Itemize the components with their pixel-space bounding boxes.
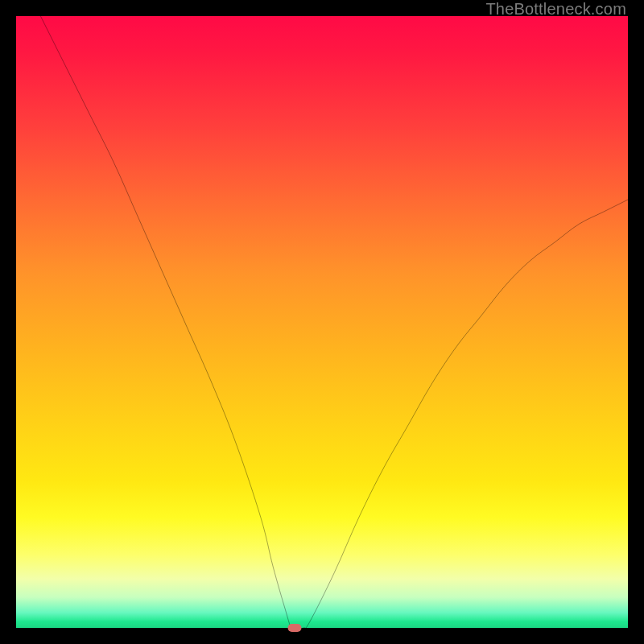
- watermark-text: TheBottleneck.com: [485, 0, 626, 19]
- bottleneck-curve: [16, 16, 628, 628]
- plot-area: [16, 16, 628, 628]
- optimal-marker: [287, 624, 301, 632]
- chart-canvas: TheBottleneck.com: [0, 0, 644, 644]
